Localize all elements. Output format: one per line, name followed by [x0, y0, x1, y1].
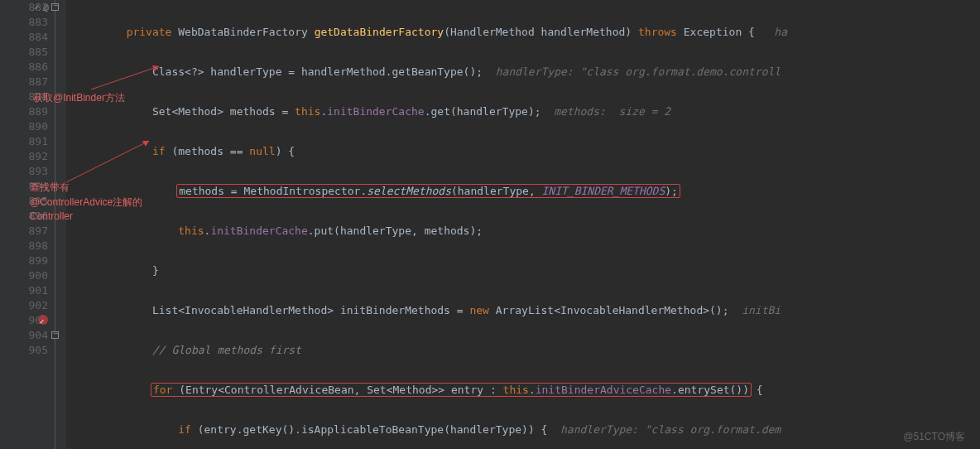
code-line[interactable]: List<InvocableHandlerMethod> initBinderM…: [74, 303, 980, 318]
line-number: 890: [0, 119, 48, 134]
code-line[interactable]: for (Entry<ControllerAdviceBean, Set<Met…: [74, 383, 980, 398]
code-line[interactable]: Class<?> handlerType = handlerMethod.get…: [74, 65, 980, 80]
breakpoint-hit-icon[interactable]: [38, 315, 48, 325]
line-number: 899: [0, 253, 48, 268]
line-number: 904: [0, 328, 48, 343]
fold-icon[interactable]: [51, 331, 59, 339]
line-number: 901: [0, 283, 48, 298]
code-editor[interactable]: 882✓ @ 883 884 885 886 887 888 889 890 8…: [0, 0, 980, 449]
line-number: 888: [0, 89, 48, 104]
line-number: 891: [0, 134, 48, 149]
code-line[interactable]: private WebDataBinderFactory getDataBind…: [74, 25, 980, 40]
line-number: 896: [0, 209, 48, 224]
code-area[interactable]: private WebDataBinderFactory getDataBind…: [66, 0, 980, 449]
line-number: 885: [0, 45, 48, 60]
line-number: 889: [0, 104, 48, 119]
code-line[interactable]: this.initBinderCache.put(handlerType, me…: [74, 224, 980, 239]
line-number: 886: [0, 60, 48, 75]
line-number: 887: [0, 75, 48, 89]
code-line[interactable]: // Global methods first: [74, 343, 980, 358]
line-number: 905: [0, 343, 48, 358]
gutter: 882✓ @ 883 884 885 886 887 888 889 890 8…: [0, 0, 66, 449]
line-number: 895: [0, 194, 48, 209]
line-number: 900: [0, 268, 48, 283]
annotation-arrow: [66, 124, 232, 224]
line-number: 903: [0, 313, 48, 328]
watermark: @51CTO博客: [903, 430, 965, 444]
line-number: 894: [0, 179, 48, 194]
frame-marker-icon: ✓ @: [34, 0, 48, 15]
code-line[interactable]: if (methods == null) {: [74, 144, 980, 159]
line-number: 898: [0, 239, 48, 253]
code-line[interactable]: if (entry.getKey().isApplicableToBeanTyp…: [74, 422, 980, 437]
line-number: 882✓ @: [0, 0, 48, 15]
fold-icon[interactable]: [51, 3, 59, 11]
code-line[interactable]: methods = MethodIntrospector.selectMetho…: [74, 184, 980, 199]
line-number: 884: [0, 30, 48, 45]
highlight-box: for (Entry<ControllerAdviceBean, Set<Met…: [151, 383, 752, 397]
code-line[interactable]: }: [74, 263, 980, 278]
code-line[interactable]: Set<Method> methods = this.initBinderCac…: [74, 104, 980, 119]
line-number: 902: [0, 298, 48, 313]
line-number: 897: [0, 224, 48, 239]
line-number: 892: [0, 149, 48, 164]
line-number: 883: [0, 15, 48, 30]
line-number: 893: [0, 164, 48, 179]
highlight-box: methods = MethodIntrospector.selectMetho…: [176, 184, 680, 198]
